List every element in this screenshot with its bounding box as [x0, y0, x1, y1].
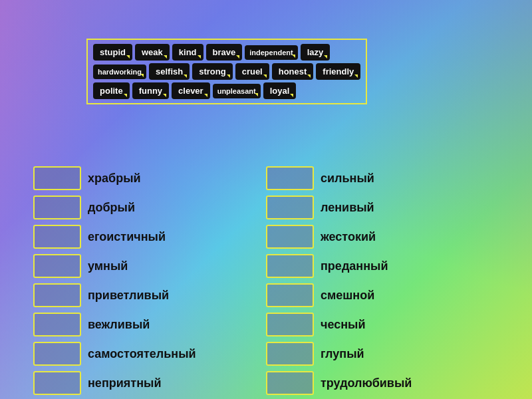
match-box-chesny[interactable]	[266, 313, 314, 336]
label-khrabry: храбрый	[88, 172, 141, 186]
match-area: храбрый добрый егоистичный умный приветл…	[33, 166, 499, 399]
match-box-egoistichny[interactable]	[33, 225, 81, 249]
chip-loyal[interactable]: loyal	[263, 82, 297, 99]
match-item-privetlivy: приветливый	[33, 283, 266, 307]
chip-stupid[interactable]: stupid	[93, 44, 132, 61]
match-box-trudolyubivy[interactable]	[266, 371, 314, 395]
chip-cruel[interactable]: cruel	[235, 63, 269, 80]
chip-selfish[interactable]: selfish	[149, 63, 190, 80]
match-item-predanny: преданный	[266, 254, 499, 278]
match-item-silny: сильный	[266, 166, 499, 190]
match-box-silny[interactable]	[266, 166, 314, 190]
chip-independent[interactable]: independent	[245, 45, 297, 60]
label-vezhlivy: вежливый	[88, 318, 150, 332]
label-umny: умный	[88, 259, 128, 273]
label-lenivy: ленивый	[321, 201, 374, 215]
match-item-trudolyubivy: трудолюбивый	[266, 371, 499, 395]
word-bank-row-1: stupid weak kind brave independent lazy	[93, 44, 360, 61]
chip-unpleasant[interactable]: unpleasant	[213, 84, 261, 98]
match-item-lenivy: ленивый	[266, 196, 499, 219]
chip-funny[interactable]: funny	[132, 82, 169, 99]
label-samostoyatelny: самостоятельный	[88, 347, 196, 361]
match-box-smeshnoy[interactable]	[266, 283, 314, 307]
label-silny: сильный	[321, 172, 374, 186]
chip-weak[interactable]: weak	[135, 44, 170, 61]
label-trudolyubivy: трудолюбивый	[321, 376, 412, 390]
match-box-zhestoki[interactable]	[266, 225, 314, 249]
match-item-dobry: добрый	[33, 196, 266, 219]
match-item-zhestoki: жестокий	[266, 225, 499, 249]
chip-brave[interactable]: brave	[206, 44, 243, 61]
label-nepriyatny: неприятный	[88, 376, 161, 390]
label-glupy: глупый	[321, 347, 364, 361]
match-item-vezhlivy: вежливый	[33, 313, 266, 336]
label-dobry: добрый	[88, 201, 135, 215]
match-box-privetlivy[interactable]	[33, 283, 81, 307]
match-item-khrabry: храбрый	[33, 166, 266, 190]
chip-strong[interactable]: strong	[192, 63, 232, 80]
match-box-nepriyatny[interactable]	[33, 371, 81, 395]
label-egoistichny: егоистичный	[88, 230, 166, 244]
match-box-glupy[interactable]	[266, 342, 314, 366]
match-item-umny: умный	[33, 254, 266, 278]
chip-polite[interactable]: polite	[93, 82, 130, 99]
chip-lazy[interactable]: lazy	[301, 44, 331, 61]
match-box-dobry[interactable]	[33, 196, 81, 219]
chip-kind[interactable]: kind	[172, 44, 203, 61]
match-item-samostoyatelny: самостоятельный	[33, 342, 266, 366]
match-item-egoistichny: егоистичный	[33, 225, 266, 249]
match-box-umny[interactable]	[33, 254, 81, 278]
label-zhestoki: жестокий	[321, 230, 376, 244]
chip-hardworking[interactable]: hardworking	[93, 65, 146, 79]
chip-honest[interactable]: honest	[272, 63, 314, 80]
word-bank: stupid weak kind brave independent lazy …	[86, 39, 367, 104]
match-box-lenivy[interactable]	[266, 196, 314, 219]
chip-clever[interactable]: clever	[172, 82, 210, 99]
match-item-smeshnoy: смешной	[266, 283, 499, 307]
match-box-samostoyatelny[interactable]	[33, 342, 81, 366]
match-item-nepriyatny: неприятный	[33, 371, 266, 395]
match-item-chesny: чесный	[266, 313, 499, 336]
match-col-left: храбрый добрый егоистичный умный приветл…	[33, 166, 266, 399]
match-box-khrabry[interactable]	[33, 166, 81, 190]
label-predanny: преданный	[321, 259, 388, 273]
word-bank-row-3: polite funny clever unpleasant loyal	[93, 82, 360, 99]
word-bank-row-2: hardworking selfish strong cruel honest …	[93, 63, 360, 80]
label-privetlivy: приветливый	[88, 289, 169, 303]
match-box-predanny[interactable]	[266, 254, 314, 278]
label-smeshnoy: смешной	[321, 289, 374, 303]
chip-friendly[interactable]: friendly	[316, 63, 360, 80]
match-box-vezhlivy[interactable]	[33, 313, 81, 336]
match-item-glupy: глупый	[266, 342, 499, 366]
label-chesny: чесный	[321, 318, 366, 332]
match-col-right: сильный ленивый жестокий преданный смешн…	[266, 166, 499, 399]
